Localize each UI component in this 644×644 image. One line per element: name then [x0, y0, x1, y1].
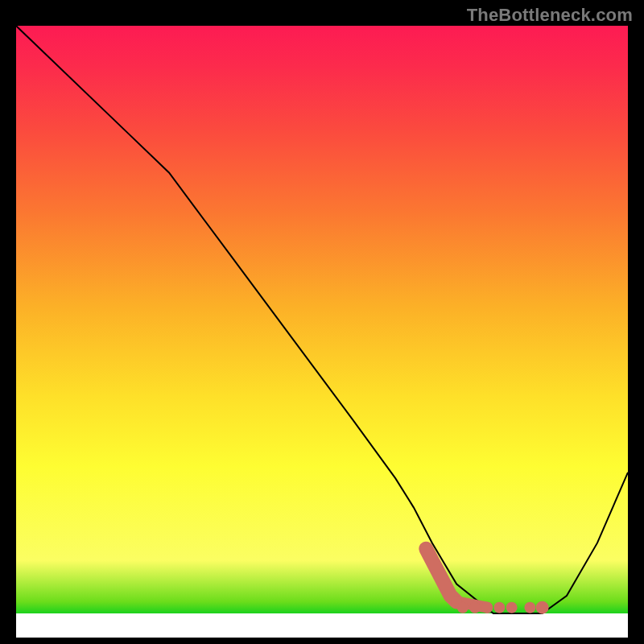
chart-container: TheBottleneck.com [0, 0, 644, 644]
band-dot [524, 602, 535, 613]
band-dot [469, 602, 481, 613]
optimal-range-band [426, 549, 548, 614]
watermark-label: TheBottleneck.com [467, 5, 633, 26]
band-dot [457, 602, 469, 613]
band-dot [481, 602, 493, 613]
plot-frame [16, 26, 628, 638]
band-dot [506, 602, 518, 613]
band-dot [493, 602, 505, 613]
optimal-band-svg [16, 26, 628, 638]
band-dot [536, 601, 549, 614]
band-descent [426, 549, 456, 602]
